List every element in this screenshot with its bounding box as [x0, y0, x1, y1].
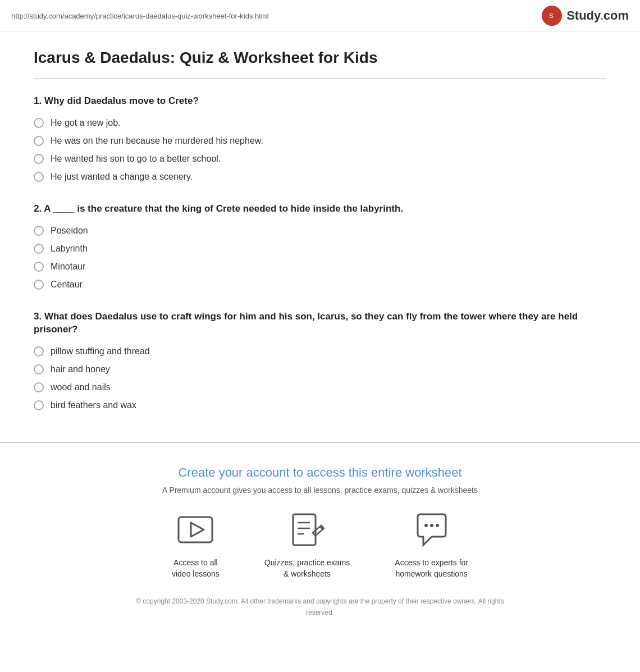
- radio-q1-opt4[interactable]: [34, 172, 44, 182]
- question-1-option-4[interactable]: He just wanted a change a scenery.: [34, 172, 606, 182]
- question-3-option-1[interactable]: pillow stuffing and thread: [34, 346, 606, 356]
- radio-q2-opt2[interactable]: [34, 244, 44, 254]
- logo-area: S Study.com: [542, 6, 629, 26]
- url-display: http://study.com/academy/practice/icarus…: [11, 12, 269, 20]
- label-q2-opt3: Minotaur: [51, 262, 85, 272]
- feature-quiz-label: Quizzes, practice exams& worksheets: [264, 557, 350, 579]
- footer-copyright: © copyright 2003-2020 Study.com. All oth…: [124, 596, 516, 618]
- radio-q3-opt2[interactable]: [34, 364, 44, 374]
- question-1-text: 1. Why did Daedalus move to Crete?: [34, 94, 606, 108]
- quiz-icon: [287, 511, 327, 551]
- cta-section: Create your account to access this entir…: [0, 442, 640, 635]
- question-2: 2. A ____ is the creature that the king …: [34, 202, 606, 290]
- play-book-icon: S: [546, 10, 557, 21]
- chat-icon: [412, 511, 451, 551]
- question-2-text: 2. A ____ is the creature that the king …: [34, 202, 606, 216]
- feature-chat-label: Access to experts forhomework questions: [395, 557, 468, 579]
- question-2-option-2[interactable]: Labyrinth: [34, 244, 606, 254]
- label-q1-opt4: He just wanted a change a scenery.: [51, 172, 193, 182]
- label-q3-opt3: wood and nails: [51, 382, 111, 392]
- label-q2-opt1: Poseidon: [51, 226, 88, 236]
- logo-icon: S: [542, 6, 562, 26]
- radio-q2-opt4[interactable]: [34, 280, 44, 290]
- features-row: Access to allvideo lessons Quizzes, prac…: [11, 511, 629, 579]
- svg-marker-3: [191, 523, 204, 537]
- svg-rect-2: [179, 517, 212, 542]
- top-bar: http://study.com/academy/practice/icarus…: [0, 0, 640, 32]
- feature-video: Access to allvideo lessons: [172, 511, 220, 579]
- question-1-option-1[interactable]: He got a new job.: [34, 118, 606, 128]
- svg-point-9: [424, 524, 428, 527]
- radio-q1-opt3[interactable]: [34, 154, 44, 164]
- question-2-option-4[interactable]: Centaur: [34, 280, 606, 290]
- feature-video-label: Access to allvideo lessons: [172, 557, 220, 579]
- radio-q2-opt1[interactable]: [34, 226, 44, 236]
- question-1: 1. Why did Daedalus move to Crete?He got…: [34, 94, 606, 182]
- question-3-option-4[interactable]: bird feathers and wax: [34, 400, 606, 410]
- title-divider: [34, 78, 606, 79]
- question-3-option-2[interactable]: hair and honey: [34, 364, 606, 374]
- label-q1-opt2: He was on the run because he murdered hi…: [51, 136, 263, 146]
- radio-q1-opt1[interactable]: [34, 118, 44, 128]
- logo-text: Study.com: [566, 8, 629, 23]
- label-q3-opt4: bird feathers and wax: [51, 400, 136, 410]
- video-icon: [176, 511, 215, 551]
- question-3-option-3[interactable]: wood and nails: [34, 382, 606, 392]
- radio-q2-opt3[interactable]: [34, 262, 44, 272]
- page-title: Icarus & Daedalus: Quiz & Worksheet for …: [34, 49, 606, 67]
- label-q2-opt2: Labyrinth: [51, 244, 88, 254]
- radio-q3-opt3[interactable]: [34, 382, 44, 392]
- label-q3-opt1: pillow stuffing and thread: [51, 346, 150, 356]
- svg-text:S: S: [549, 12, 554, 19]
- radio-q1-opt2[interactable]: [34, 136, 44, 146]
- cta-subtext: A Premium account gives you access to al…: [11, 486, 629, 495]
- radio-q3-opt1[interactable]: [34, 346, 44, 356]
- question-2-option-3[interactable]: Minotaur: [34, 262, 606, 272]
- label-q3-opt2: hair and honey: [51, 364, 110, 374]
- question-1-option-2[interactable]: He was on the run because he murdered hi…: [34, 136, 606, 146]
- label-q1-opt1: He got a new job.: [51, 118, 121, 128]
- svg-point-11: [436, 524, 439, 527]
- radio-q3-opt4[interactable]: [34, 400, 44, 410]
- svg-rect-4: [293, 514, 316, 545]
- question-1-option-3[interactable]: He wanted his son to go to a better scho…: [34, 154, 606, 164]
- question-3-text: 3. What does Daedalus use to craft wings…: [34, 310, 606, 337]
- cta-heading: Create your account to access this entir…: [11, 465, 629, 480]
- question-2-option-1[interactable]: Poseidon: [34, 226, 606, 236]
- question-3: 3. What does Daedalus use to craft wings…: [34, 310, 606, 411]
- svg-point-10: [430, 524, 433, 527]
- label-q1-opt3: He wanted his son to go to a better scho…: [51, 154, 221, 164]
- feature-chat: Access to experts forhomework questions: [395, 511, 468, 579]
- label-q2-opt4: Centaur: [51, 280, 83, 290]
- feature-quiz: Quizzes, practice exams& worksheets: [264, 511, 350, 579]
- questions-container: 1. Why did Daedalus move to Crete?He got…: [34, 94, 606, 410]
- main-content: Icarus & Daedalus: Quiz & Worksheet for …: [22, 32, 618, 442]
